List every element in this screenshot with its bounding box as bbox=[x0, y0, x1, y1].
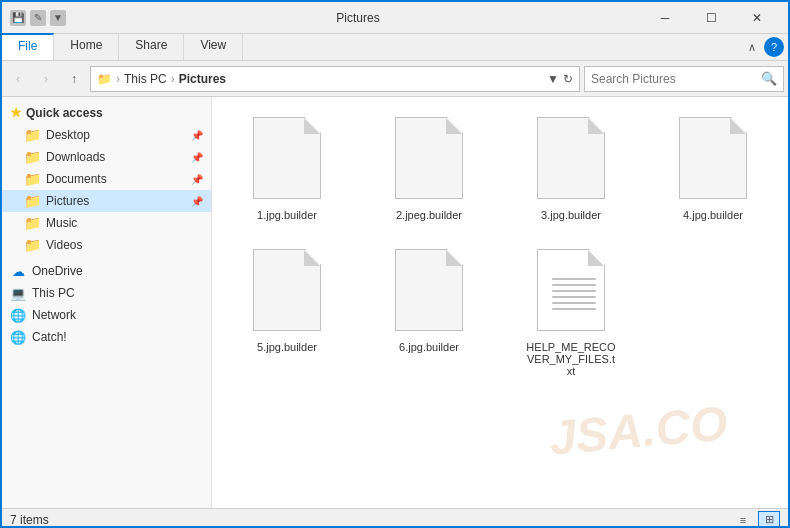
file-icon-1 bbox=[247, 113, 327, 203]
folder-icon-downloads: 📁 bbox=[24, 149, 40, 165]
tab-home[interactable]: Home bbox=[54, 34, 119, 60]
pin-icon-desktop: 📌 bbox=[191, 130, 203, 141]
tab-view[interactable]: View bbox=[184, 34, 243, 60]
sidebar-item-thispc-label: This PC bbox=[32, 286, 75, 300]
minimize-button[interactable]: ─ bbox=[642, 2, 688, 34]
close-button[interactable]: ✕ bbox=[734, 2, 780, 34]
file-shape-4 bbox=[679, 117, 747, 199]
view-toggle: ≡ ⊞ bbox=[732, 511, 780, 529]
help-button[interactable]: ? bbox=[764, 37, 784, 57]
sidebar-item-documents[interactable]: 📁 Documents 📌 bbox=[2, 168, 211, 190]
folder-icon-music: 📁 bbox=[24, 215, 40, 231]
search-box[interactable]: 🔍 bbox=[584, 66, 784, 92]
sidebar-item-onedrive[interactable]: ☁ OneDrive bbox=[2, 260, 211, 282]
file-item-2[interactable]: 2.jpeg.builder bbox=[362, 105, 496, 229]
address-folder-icon: 📁 bbox=[97, 72, 112, 86]
file-line-1 bbox=[552, 278, 596, 280]
ribbon-chevron-icon[interactable]: ∧ bbox=[748, 41, 756, 54]
sidebar-item-videos-label: Videos bbox=[46, 238, 82, 252]
file-item-7[interactable]: HELP_ME_RECOVER_MY_FILES.txt bbox=[504, 237, 638, 385]
address-path-pictures[interactable]: Pictures bbox=[179, 72, 226, 86]
file-shape-7 bbox=[537, 249, 605, 331]
address-path[interactable]: 📁 › This PC › Pictures ▼ ↻ bbox=[90, 66, 580, 92]
sidebar-item-documents-label: Documents bbox=[46, 172, 107, 186]
folder-icon-pictures: 📁 bbox=[24, 193, 40, 209]
file-icon-4 bbox=[673, 113, 753, 203]
sidebar-item-music[interactable]: 📁 Music bbox=[2, 212, 211, 234]
sidebar-item-downloads[interactable]: 📁 Downloads 📌 bbox=[2, 146, 211, 168]
address-path-thispc[interactable]: This PC bbox=[124, 72, 167, 86]
file-line-4 bbox=[552, 296, 596, 298]
sidebar-item-catch[interactable]: 🌐 Catch! bbox=[2, 326, 211, 348]
sidebar-item-music-label: Music bbox=[46, 216, 77, 230]
search-icon[interactable]: 🔍 bbox=[761, 71, 777, 86]
file-item-3[interactable]: 3.jpg.builder bbox=[504, 105, 638, 229]
sidebar-item-desktop[interactable]: 📁 Desktop 📌 bbox=[2, 124, 211, 146]
title-bar-icon-1: 💾 bbox=[10, 10, 26, 26]
cloud-icon: ☁ bbox=[10, 263, 26, 279]
address-chevron-2: › bbox=[171, 72, 175, 86]
file-icon-6 bbox=[389, 245, 469, 335]
grid-view-button[interactable]: ⊞ bbox=[758, 511, 780, 529]
file-lines-7 bbox=[552, 278, 596, 314]
pin-icon-documents: 📌 bbox=[191, 174, 203, 185]
ribbon-tabs: File Home Share View ∧ ? bbox=[2, 34, 788, 60]
file-area: 1.jpg.builder 2.jpeg.builder 3.jpg.build… bbox=[212, 97, 788, 508]
file-icon-5 bbox=[247, 245, 327, 335]
main-content: ★ Quick access 📁 Desktop 📌 📁 Downloads 📌… bbox=[2, 97, 788, 508]
title-bar: 💾 ✎ ▼ Pictures ─ ☐ ✕ bbox=[2, 2, 788, 34]
quick-access-header[interactable]: ★ Quick access bbox=[2, 101, 211, 124]
sidebar-item-catch-label: Catch! bbox=[32, 330, 67, 344]
file-name-6: 6.jpg.builder bbox=[399, 341, 459, 353]
file-name-7: HELP_ME_RECOVER_MY_FILES.txt bbox=[526, 341, 616, 377]
file-item-4[interactable]: 4.jpg.builder bbox=[646, 105, 780, 229]
file-item-5[interactable]: 5.jpg.builder bbox=[220, 237, 354, 385]
file-shape-2 bbox=[395, 117, 463, 199]
pin-icon-pictures: 📌 bbox=[191, 196, 203, 207]
file-name-1: 1.jpg.builder bbox=[257, 209, 317, 221]
file-name-2: 2.jpeg.builder bbox=[396, 209, 462, 221]
file-item-1[interactable]: 1.jpg.builder bbox=[220, 105, 354, 229]
file-line-2 bbox=[552, 284, 596, 286]
network-icon: 🌐 bbox=[10, 307, 26, 323]
list-view-button[interactable]: ≡ bbox=[732, 511, 754, 529]
forward-button[interactable]: › bbox=[34, 67, 58, 91]
quick-access-label: Quick access bbox=[26, 106, 103, 120]
folder-icon-documents: 📁 bbox=[24, 171, 40, 187]
tab-file[interactable]: File bbox=[2, 33, 54, 60]
sidebar-item-thispc[interactable]: 💻 This PC bbox=[2, 282, 211, 304]
sidebar-item-videos[interactable]: 📁 Videos bbox=[2, 234, 211, 256]
file-line-6 bbox=[552, 308, 596, 310]
sidebar-item-desktop-label: Desktop bbox=[46, 128, 90, 142]
sidebar-item-network[interactable]: 🌐 Network bbox=[2, 304, 211, 326]
sidebar-item-pictures[interactable]: 📁 Pictures 📌 bbox=[2, 190, 211, 212]
file-name-3: 3.jpg.builder bbox=[541, 209, 601, 221]
sidebar: ★ Quick access 📁 Desktop 📌 📁 Downloads 📌… bbox=[2, 97, 212, 508]
file-icon-3 bbox=[531, 113, 611, 203]
address-chevron-1: › bbox=[116, 72, 120, 86]
back-button[interactable]: ‹ bbox=[6, 67, 30, 91]
file-shape-5 bbox=[253, 249, 321, 331]
address-bar: ‹ › ↑ 📁 › This PC › Pictures ▼ ↻ 🔍 bbox=[2, 61, 788, 97]
file-line-3 bbox=[552, 290, 596, 292]
search-input[interactable] bbox=[591, 72, 761, 86]
tab-share[interactable]: Share bbox=[119, 34, 184, 60]
address-dropdown-icon[interactable]: ▼ bbox=[547, 72, 559, 86]
file-line-5 bbox=[552, 302, 596, 304]
up-button[interactable]: ↑ bbox=[62, 67, 86, 91]
file-shape-6 bbox=[395, 249, 463, 331]
sidebar-item-downloads-label: Downloads bbox=[46, 150, 105, 164]
file-shape-3 bbox=[537, 117, 605, 199]
pin-icon-downloads: 📌 bbox=[191, 152, 203, 163]
sidebar-item-onedrive-label: OneDrive bbox=[32, 264, 83, 278]
file-icon-2 bbox=[389, 113, 469, 203]
file-item-6[interactable]: 6.jpg.builder bbox=[362, 237, 496, 385]
address-refresh-icon[interactable]: ↻ bbox=[563, 72, 573, 86]
ribbon: File Home Share View ∧ ? bbox=[2, 34, 788, 61]
status-bar: 7 items ≡ ⊞ bbox=[2, 508, 788, 528]
sidebar-item-pictures-label: Pictures bbox=[46, 194, 89, 208]
maximize-button[interactable]: ☐ bbox=[688, 2, 734, 34]
title-bar-quick-icons: 💾 ✎ ▼ bbox=[10, 10, 66, 26]
title-bar-controls: ─ ☐ ✕ bbox=[642, 2, 780, 34]
sidebar-item-network-label: Network bbox=[32, 308, 76, 322]
